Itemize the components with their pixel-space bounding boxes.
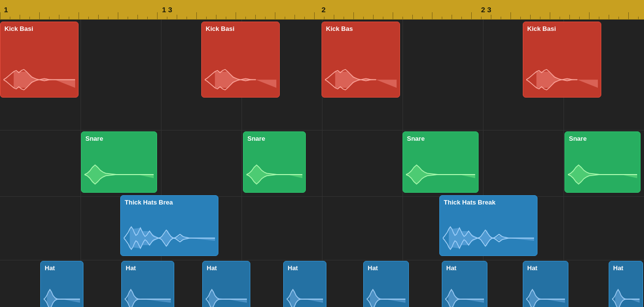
- kick-clip-4-label: Kick Basi: [527, 25, 556, 32]
- thick-hats-clip-2-waveform: [443, 225, 534, 252]
- kick-clip-3[interactable]: Kick Bas: [322, 22, 400, 98]
- svg-marker-2: [335, 72, 397, 88]
- hat-clip-4-label: Hat: [288, 264, 298, 272]
- snare-clip-2-label: Snare: [247, 135, 265, 142]
- snare-clip-3-label: Snare: [407, 135, 425, 142]
- kick-clip-1-waveform: [3, 66, 75, 93]
- hat-clip-5-waveform: [367, 286, 405, 307]
- row-divider-3: [0, 260, 644, 260]
- kick-clip-1[interactable]: Kick Basi: [0, 22, 79, 98]
- svg-marker-3: [537, 72, 598, 88]
- ruler-ticks: // Generate ticks inline const tickConta…: [0, 12, 644, 19]
- hat-clip-3-label: Hat: [207, 264, 217, 272]
- snare-clip-1-waveform: [84, 161, 154, 188]
- snare-clip-1[interactable]: Snare: [81, 131, 157, 193]
- svg-marker-16: [529, 289, 565, 307]
- snare-clip-3-waveform: [406, 161, 475, 188]
- hat-clip-8[interactable]: Hat: [609, 261, 643, 307]
- snare-clip-2[interactable]: Snare: [243, 131, 306, 193]
- hat-clip-1-label: Hat: [45, 264, 55, 272]
- svg-marker-0: [14, 72, 75, 88]
- svg-marker-12: [209, 289, 247, 307]
- svg-marker-17: [615, 289, 640, 307]
- tracks-area: Kick Basi Kick Basi Kick Bas: [0, 20, 644, 307]
- hat-clip-1[interactable]: Hat: [40, 261, 83, 307]
- kick-clip-2-label: Kick Basi: [206, 25, 235, 32]
- snare-clip-4-label: Snare: [569, 135, 587, 142]
- thick-hats-clip-2-label: Thick Hats Break: [444, 199, 496, 206]
- svg-marker-8: [130, 227, 215, 249]
- row-divider-2: [0, 196, 644, 197]
- hat-clip-3-waveform: [206, 286, 247, 307]
- hat-clip-6[interactable]: Hat: [442, 261, 487, 307]
- hat-clip-2-waveform: [125, 286, 171, 307]
- hat-clip-6-label: Hat: [446, 264, 456, 272]
- hat-clip-6-waveform: [445, 286, 484, 307]
- hat-clip-7-label: Hat: [527, 264, 537, 272]
- kick-clip-2-waveform: [205, 66, 276, 93]
- svg-marker-1: [215, 72, 276, 88]
- kick-clip-4-waveform: [526, 66, 598, 93]
- hat-clip-5[interactable]: Hat: [363, 261, 409, 307]
- hat-clip-7-waveform: [526, 286, 565, 307]
- hat-clip-2[interactable]: Hat: [121, 261, 174, 307]
- snare-clip-4[interactable]: Snare: [564, 131, 641, 193]
- snare-clip-4-waveform: [568, 161, 637, 188]
- snare-clip-3[interactable]: Snare: [402, 131, 479, 193]
- timeline-ruler: 1 1 3 2 2 3 // Generate ticks inline con…: [0, 0, 644, 20]
- snare-clip-1-label: Snare: [85, 135, 103, 142]
- hat-clip-4[interactable]: Hat: [283, 261, 326, 307]
- hat-clip-5-label: Hat: [368, 264, 378, 272]
- thick-hats-clip-1-label: Thick Hats Brea: [125, 199, 173, 206]
- svg-marker-14: [370, 289, 405, 307]
- thick-hats-clip-1-waveform: [124, 225, 215, 252]
- snare-clip-2-waveform: [246, 161, 302, 188]
- hat-clip-8-label: Hat: [613, 264, 623, 272]
- kick-clip-3-waveform: [325, 66, 397, 93]
- svg-marker-11: [128, 289, 171, 307]
- kick-clip-1-label: Kick Basi: [4, 25, 33, 32]
- kick-clip-2[interactable]: Kick Basi: [201, 22, 280, 98]
- kick-clip-4[interactable]: Kick Basi: [523, 22, 601, 98]
- hat-clip-2-label: Hat: [126, 264, 136, 272]
- thick-hats-clip-2[interactable]: Thick Hats Break: [439, 195, 537, 256]
- hat-clip-3[interactable]: Hat: [202, 261, 250, 307]
- hat-clip-1-waveform: [44, 286, 80, 307]
- hat-clip-7[interactable]: Hat: [523, 261, 568, 307]
- kick-clip-3-label: Kick Bas: [326, 25, 353, 32]
- svg-marker-15: [448, 289, 484, 307]
- svg-marker-9: [449, 227, 534, 249]
- row-divider-1: [0, 130, 644, 130]
- thick-hats-clip-1[interactable]: Thick Hats Brea: [120, 195, 218, 256]
- hat-clip-8-waveform: [612, 286, 640, 307]
- hat-clip-4-waveform: [287, 286, 323, 307]
